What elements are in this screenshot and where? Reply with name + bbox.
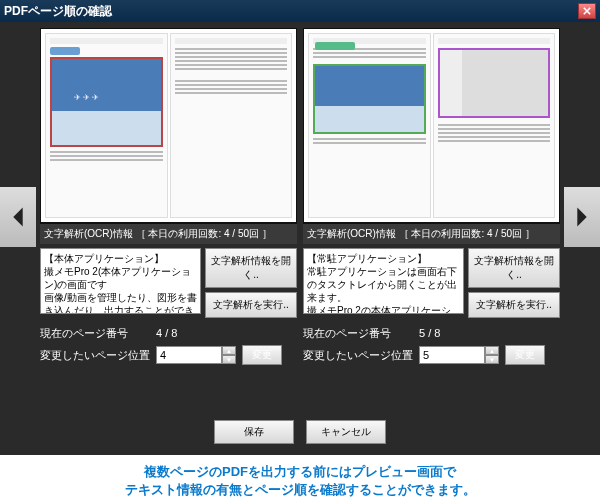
ocr-status: 文字解析(OCR)情報 ［ 本日の利用回数: 4 / 50回 ］	[40, 223, 297, 244]
caption-line: テキスト情報の有無とページ順を確認することができます。	[0, 481, 600, 499]
stepper-down-icon[interactable]: ▼	[222, 355, 236, 364]
page-panel-left: ✈ ✈ ✈ 文字解析(OCR)情報 ［ 本日の利用回数: 4 / 50回 ］ 【…	[40, 28, 297, 406]
current-page-label: 現在のページ番号	[303, 326, 413, 341]
run-ocr-button[interactable]: 文字解析を実行..	[468, 292, 560, 318]
caption-line: 複数ページのPDFを出力する前にはプレビュー画面で	[0, 463, 600, 481]
change-button[interactable]: 変更	[505, 345, 545, 365]
page-position-stepper[interactable]: ▲ ▼	[156, 346, 236, 364]
current-page-value: 4 / 8	[156, 327, 297, 339]
titlebar: PDFページ順の確認	[0, 0, 600, 22]
run-ocr-button[interactable]: 文字解析を実行..	[205, 292, 297, 318]
caption: 複数ページのPDFを出力する前にはプレビュー画面で テキスト情報の有無とページ順…	[0, 455, 600, 500]
prev-page-button[interactable]	[0, 187, 36, 247]
content-area: ✈ ✈ ✈ 文字解析(OCR)情報 ［ 本日の利用回数: 4 / 50回 ］ 【…	[0, 22, 600, 412]
page-position-input[interactable]	[419, 346, 485, 364]
dialog: PDFページ順の確認 ✈ ✈ ✈	[0, 0, 600, 455]
footer-buttons: 保存 キャンセル	[0, 412, 600, 452]
page-position-label: 変更したいページ位置	[303, 348, 413, 363]
preview-panels: ✈ ✈ ✈ 文字解析(OCR)情報 ［ 本日の利用回数: 4 / 50回 ］ 【…	[36, 28, 564, 406]
page-position-stepper[interactable]: ▲ ▼	[419, 346, 499, 364]
page-panel-right: 文字解析(OCR)情報 ［ 本日の利用回数: 4 / 50回 ］ 【常駐アプリケ…	[303, 28, 560, 406]
stepper-up-icon[interactable]: ▲	[222, 346, 236, 355]
page-position-label: 変更したいページ位置	[40, 348, 150, 363]
ocr-status: 文字解析(OCR)情報 ［ 本日の利用回数: 4 / 50回 ］	[303, 223, 560, 244]
page-description: 【本体アプリケーション】 撮メモPro 2(本体アプリケーション)の画面です 画…	[40, 248, 201, 314]
change-button[interactable]: 変更	[242, 345, 282, 365]
open-ocr-button[interactable]: 文字解析情報を開く..	[468, 248, 560, 288]
page-thumbnail[interactable]: ✈ ✈ ✈	[40, 28, 297, 223]
current-page-value: 5 / 8	[419, 327, 560, 339]
next-page-button[interactable]	[564, 187, 600, 247]
open-ocr-button[interactable]: 文字解析情報を開く..	[205, 248, 297, 288]
stepper-down-icon[interactable]: ▼	[485, 355, 499, 364]
page-description: 【常駐アプリケーション】 常駐アプリケーションは画面右下のタスクトレイから開くこ…	[303, 248, 464, 314]
stepper-up-icon[interactable]: ▲	[485, 346, 499, 355]
close-button[interactable]	[578, 3, 596, 19]
page-position-input[interactable]	[156, 346, 222, 364]
current-page-label: 現在のページ番号	[40, 326, 150, 341]
save-button[interactable]: 保存	[214, 420, 294, 444]
page-thumbnail[interactable]	[303, 28, 560, 223]
dialog-title: PDFページ順の確認	[4, 3, 112, 20]
cancel-button[interactable]: キャンセル	[306, 420, 386, 444]
